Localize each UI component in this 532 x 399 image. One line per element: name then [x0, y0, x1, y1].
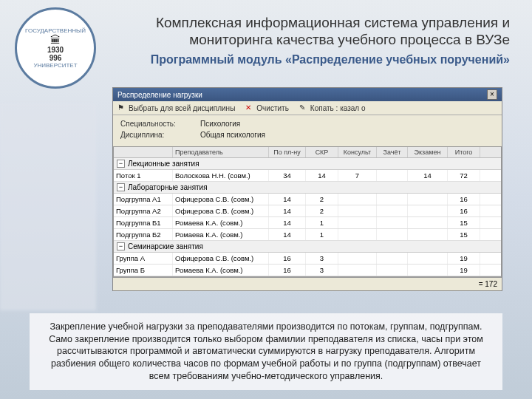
clear-icon: ✕ — [245, 103, 254, 112]
spec-value: Психология — [200, 120, 240, 128]
cell — [377, 205, 408, 216]
cell: 14 — [306, 170, 338, 181]
table-row[interactable]: Подгруппа Б2Ромаева К.А. (совм.)14115 — [114, 229, 501, 241]
cell — [338, 205, 377, 216]
cell — [338, 194, 377, 205]
form-area: Специальность: Психология Дисциплина: Об… — [113, 115, 502, 146]
cell: 16 — [448, 205, 480, 216]
cell — [338, 229, 377, 240]
cell[interactable]: Офицерова С.В. (совм.) — [173, 205, 269, 216]
cell: 14 — [269, 217, 306, 228]
table-row[interactable]: Группа БРомаева К.А. (совм.)16319 — [114, 265, 501, 276]
col-total[interactable]: Итого — [448, 147, 480, 157]
select-all-label: Выбрать для всей дисциплины — [129, 104, 235, 112]
col-credit[interactable]: Зачёт — [377, 147, 408, 157]
table-row[interactable]: Подгруппа Б1Ромаева К.А. (совм.)14115 — [114, 217, 501, 229]
cell — [338, 265, 377, 276]
cell — [408, 253, 448, 264]
collapse-icon[interactable]: − — [117, 242, 125, 250]
cell: Группа Б — [114, 265, 173, 276]
cell — [408, 217, 448, 228]
table-row[interactable]: Поток 1Волоскова Н.Н. (совм.)341471472 — [114, 170, 501, 182]
page-title-block: Комплексная информационная система управ… — [111, 15, 510, 49]
cell: 34 — [269, 170, 306, 181]
cell: 14 — [269, 205, 306, 216]
cell: 14 — [269, 194, 306, 205]
cell: 14 — [269, 229, 306, 240]
cell — [408, 205, 448, 216]
auto-button[interactable]: ✎ Копать : казал о — [299, 103, 366, 112]
cell — [377, 253, 408, 264]
window-title: Распределение нагрузки — [117, 91, 202, 99]
app-window: Распределение нагрузки × ⚑ Выбрать для в… — [112, 87, 502, 291]
auto-label: Копать : казал о — [310, 104, 366, 112]
flag-icon: ⚑ — [117, 103, 126, 112]
cell[interactable]: Офицерова С.В. (совм.) — [173, 253, 269, 264]
spec-label: Специальность: — [120, 120, 194, 128]
collapse-icon[interactable]: − — [117, 183, 125, 191]
cell: 16 — [448, 194, 480, 205]
cell: 72 — [448, 170, 480, 181]
description-text: Закрепление учебной нагрузки за преподав… — [30, 313, 502, 390]
cell — [377, 229, 408, 240]
wand-icon: ✎ — [299, 103, 308, 112]
section-row[interactable]: −Семинарские занятия — [114, 241, 501, 253]
data-grid: Преподаватель По пл-ну СКР Консульт Зачё… — [113, 146, 502, 277]
cell: 19 — [448, 265, 480, 276]
grid-total: = 172 — [113, 277, 502, 290]
col-group[interactable] — [114, 147, 173, 157]
cell — [408, 229, 448, 240]
disc-label: Дисциплина: — [120, 131, 194, 139]
cell: Подгруппа Б2 — [114, 229, 173, 240]
seal-arc: ГОСУДАРСТВЕННЫЙ — [25, 27, 86, 34]
col-consult[interactable]: Консульт — [338, 147, 377, 157]
table-row[interactable]: Подгруппа А1Офицерова С.В. (совм.)14216 — [114, 194, 501, 205]
select-all-button[interactable]: ⚑ Выбрать для всей дисциплины — [117, 103, 235, 112]
cell: Поток 1 — [114, 170, 173, 181]
cell: 15 — [448, 217, 480, 228]
window-titlebar[interactable]: Распределение нагрузки × — [113, 88, 502, 101]
cell: 3 — [306, 265, 338, 276]
cell: 15 — [448, 229, 480, 240]
cell[interactable]: Ромаева К.А. (совм.) — [173, 265, 269, 276]
col-skr[interactable]: СКР — [306, 147, 338, 157]
cell[interactable]: Ромаева К.А. (совм.) — [173, 217, 269, 228]
cell — [377, 194, 408, 205]
cell — [377, 170, 408, 181]
cell: 1 — [306, 229, 338, 240]
cell — [408, 265, 448, 276]
grid-header: Преподаватель По пл-ну СКР Консульт Зачё… — [114, 147, 501, 158]
cell: Группа А — [114, 253, 173, 264]
close-icon[interactable]: × — [487, 89, 497, 100]
cell: 14 — [408, 170, 448, 181]
cell: Подгруппа А1 — [114, 194, 173, 205]
cell: 3 — [306, 253, 338, 264]
cell: 2 — [306, 194, 338, 205]
section-label: Лекционные занятия — [128, 160, 200, 168]
cell[interactable]: Ромаева К.А. (совм.) — [173, 229, 269, 240]
page-title: Комплексная информационная система управ… — [111, 15, 510, 49]
cell: 16 — [269, 253, 306, 264]
cell[interactable]: Офицерова С.В. (совм.) — [173, 194, 269, 205]
page-subtitle: Программный модуль «Распределение учебны… — [111, 53, 510, 66]
seal-year2: 996 — [50, 54, 62, 62]
cell: 7 — [338, 170, 377, 181]
clear-button[interactable]: ✕ Очистить — [245, 103, 289, 112]
col-teacher[interactable]: Преподаватель — [173, 147, 269, 157]
cell — [377, 217, 408, 228]
cell — [377, 265, 408, 276]
seal-bottom: УНИВЕРСИТЕТ — [33, 62, 77, 69]
col-exam[interactable]: Экзамен — [408, 147, 448, 157]
clear-label: Очистить — [256, 104, 289, 112]
section-row[interactable]: −Лабораторные занятия — [114, 182, 501, 194]
cell: Подгруппа Б1 — [114, 217, 173, 228]
table-row[interactable]: Группа АОфицерова С.В. (совм.)16319 — [114, 253, 501, 265]
col-plan[interactable]: По пл-ну — [269, 147, 306, 157]
background-blur — [0, 103, 96, 310]
section-row[interactable]: −Лекционные занятия — [114, 158, 501, 170]
cell[interactable]: Волоскова Н.Н. (совм.) — [173, 170, 269, 181]
seal-year1: 1930 — [47, 46, 64, 54]
table-row[interactable]: Подгруппа А2Офицерова С.В. (совм.)14216 — [114, 205, 501, 217]
cell: 19 — [448, 253, 480, 264]
collapse-icon[interactable]: − — [117, 160, 125, 168]
